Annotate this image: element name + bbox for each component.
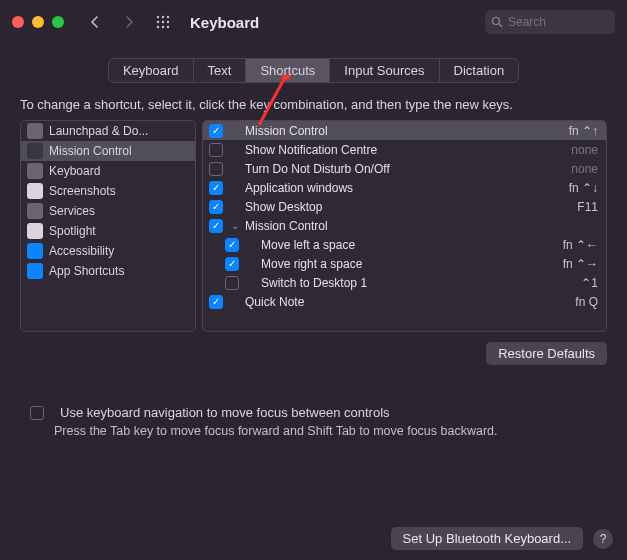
instruction-text: To change a shortcut, select it, click t…: [0, 93, 627, 120]
show-all-icon[interactable]: [150, 10, 176, 34]
sidebar-item-label: Mission Control: [49, 144, 132, 158]
shortcut-checkbox[interactable]: [209, 295, 223, 309]
svg-point-1: [162, 16, 164, 18]
shortcut-key[interactable]: fn ⌃↑: [569, 124, 598, 138]
back-button[interactable]: [82, 10, 108, 34]
shortcut-row[interactable]: Move right a spacefn ⌃→: [203, 254, 606, 273]
sidebar-item-label: App Shortcuts: [49, 264, 124, 278]
tab-keyboard[interactable]: Keyboard: [109, 59, 194, 82]
shortcut-checkbox[interactable]: [209, 124, 223, 138]
sidebar-item-keyboard[interactable]: Keyboard: [21, 161, 195, 181]
shortcut-key[interactable]: fn ⌃←: [563, 238, 598, 252]
sidebar-item-label: Keyboard: [49, 164, 100, 178]
shortcut-key[interactable]: none: [571, 162, 598, 176]
shortcut-row[interactable]: Turn Do Not Disturb On/Offnone: [203, 159, 606, 178]
sidebar-item-accessibility[interactable]: Accessibility: [21, 241, 195, 261]
tab-text[interactable]: Text: [194, 59, 247, 82]
shortcut-label: Show Notification Centre: [245, 143, 571, 157]
sidebar-item-icon: [27, 143, 43, 159]
shortcut-checkbox[interactable]: [209, 143, 223, 157]
shortcut-label: Application windows: [245, 181, 569, 195]
shortcut-checkbox[interactable]: [225, 276, 239, 290]
disclosure-triangle-icon[interactable]: ⌄: [231, 220, 243, 231]
tab-bar: KeyboardTextShortcutsInput SourcesDictat…: [0, 58, 627, 83]
sidebar-item-launchpad-do[interactable]: Launchpad & Do...: [21, 121, 195, 141]
sidebar-item-label: Accessibility: [49, 244, 114, 258]
sidebar-item-icon: [27, 263, 43, 279]
shortcut-checkbox[interactable]: [209, 181, 223, 195]
shortcut-key[interactable]: F11: [577, 200, 598, 214]
svg-point-2: [167, 16, 169, 18]
shortcut-label: Move left a space: [261, 238, 563, 252]
shortcut-label: Mission Control: [245, 219, 598, 233]
help-button[interactable]: ?: [593, 529, 613, 549]
shortcut-label: Switch to Desktop 1: [261, 276, 581, 290]
sidebar-item-icon: [27, 183, 43, 199]
search-input[interactable]: [508, 15, 598, 29]
search-field[interactable]: [485, 10, 615, 34]
sidebar-item-icon: [27, 223, 43, 239]
shortcut-label: Quick Note: [245, 295, 575, 309]
svg-point-0: [157, 16, 159, 18]
shortcut-checkbox[interactable]: [209, 200, 223, 214]
tab-shortcuts[interactable]: Shortcuts: [246, 59, 330, 82]
window-title: Keyboard: [190, 14, 259, 31]
shortcut-key[interactable]: fn ⌃→: [563, 257, 598, 271]
close-window-button[interactable]: [12, 16, 24, 28]
svg-point-4: [162, 21, 164, 23]
shortcut-checkbox[interactable]: [209, 219, 223, 233]
shortcut-label: Mission Control: [245, 124, 569, 138]
sidebar-item-label: Launchpad & Do...: [49, 124, 148, 138]
shortcut-row[interactable]: Quick Notefn Q: [203, 292, 606, 311]
shortcut-checkbox[interactable]: [225, 238, 239, 252]
restore-defaults-button[interactable]: Restore Defaults: [486, 342, 607, 365]
keyboard-nav-label: Use keyboard navigation to move focus be…: [60, 405, 390, 420]
shortcut-key[interactable]: none: [571, 143, 598, 157]
shortcut-list: Mission Controlfn ⌃↑Show Notification Ce…: [202, 120, 607, 332]
minimize-window-button[interactable]: [32, 16, 44, 28]
sidebar-item-mission-control[interactable]: Mission Control: [21, 141, 195, 161]
shortcut-row[interactable]: Switch to Desktop 1⌃1: [203, 273, 606, 292]
svg-point-9: [493, 18, 500, 25]
sidebar-item-label: Services: [49, 204, 95, 218]
shortcut-checkbox[interactable]: [209, 162, 223, 176]
shortcut-checkbox[interactable]: [225, 257, 239, 271]
sidebar-item-icon: [27, 123, 43, 139]
sidebar-item-icon: [27, 243, 43, 259]
shortcut-row[interactable]: Show Notification Centrenone: [203, 140, 606, 159]
svg-point-5: [167, 21, 169, 23]
sidebar-item-services[interactable]: Services: [21, 201, 195, 221]
search-icon: [491, 16, 503, 28]
shortcut-key[interactable]: ⌃1: [581, 276, 598, 290]
sidebar-item-spotlight[interactable]: Spotlight: [21, 221, 195, 241]
keyboard-nav-hint: Press the Tab key to move focus forward …: [0, 420, 627, 438]
sidebar-item-label: Screenshots: [49, 184, 116, 198]
svg-point-7: [162, 26, 164, 28]
category-sidebar: Launchpad & Do...Mission ControlKeyboard…: [20, 120, 196, 332]
shortcut-label: Show Desktop: [245, 200, 577, 214]
sidebar-item-screenshots[interactable]: Screenshots: [21, 181, 195, 201]
sidebar-item-icon: [27, 203, 43, 219]
svg-point-3: [157, 21, 159, 23]
svg-point-8: [167, 26, 169, 28]
shortcut-label: Turn Do Not Disturb On/Off: [245, 162, 571, 176]
svg-point-6: [157, 26, 159, 28]
sidebar-item-icon: [27, 163, 43, 179]
shortcut-key[interactable]: fn ⌃↓: [569, 181, 598, 195]
tab-input-sources[interactable]: Input Sources: [330, 59, 439, 82]
shortcut-row[interactable]: Application windowsfn ⌃↓: [203, 178, 606, 197]
keyboard-nav-checkbox[interactable]: [30, 406, 44, 420]
bluetooth-keyboard-button[interactable]: Set Up Bluetooth Keyboard...: [391, 527, 583, 550]
forward-button[interactable]: [116, 10, 142, 34]
shortcut-row[interactable]: Mission Controlfn ⌃↑: [203, 121, 606, 140]
shortcut-label: Move right a space: [261, 257, 563, 271]
shortcut-key[interactable]: fn Q: [575, 295, 598, 309]
zoom-window-button[interactable]: [52, 16, 64, 28]
shortcut-row[interactable]: Show DesktopF11: [203, 197, 606, 216]
shortcut-row[interactable]: ⌄Mission Control: [203, 216, 606, 235]
svg-line-10: [499, 24, 502, 27]
tab-dictation[interactable]: Dictation: [440, 59, 519, 82]
sidebar-item-app-shortcuts[interactable]: App Shortcuts: [21, 261, 195, 281]
shortcut-row[interactable]: Move left a spacefn ⌃←: [203, 235, 606, 254]
window-controls: [12, 16, 64, 28]
